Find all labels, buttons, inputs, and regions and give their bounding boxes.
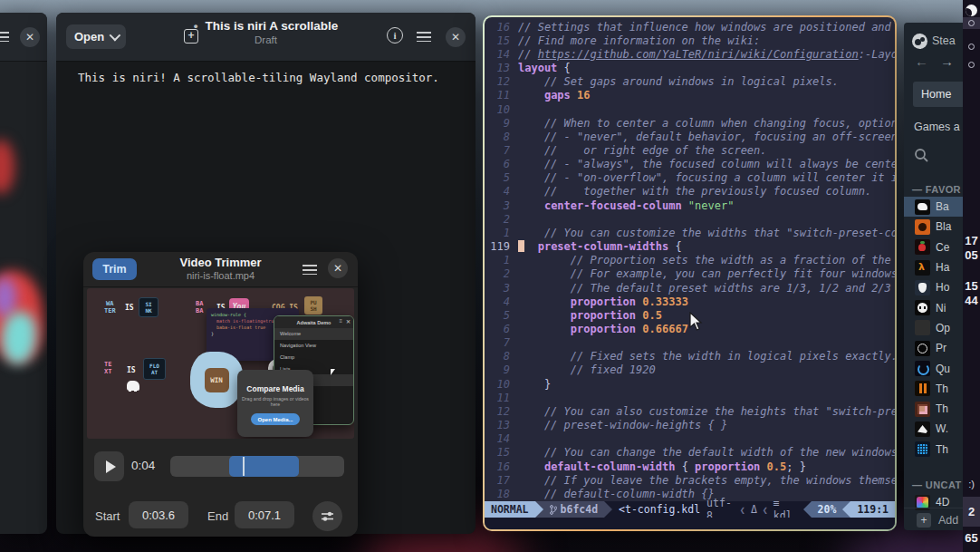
close-button[interactable]: ✕ (20, 27, 40, 47)
code-line[interactable]: 7 // or right edge of the screen. (485, 143, 895, 157)
games-menu[interactable]: Games a (914, 121, 960, 133)
code-line[interactable]: 15// Find more information on the wiki: (485, 34, 895, 47)
game-list-item[interactable]: Ho (904, 277, 963, 297)
title-text: This is niri A scrollable (205, 19, 338, 33)
code-line[interactable]: 17 // If you leave the brackets empty, t… (485, 473, 895, 487)
code-line[interactable]: 11 (485, 391, 895, 404)
trim-selection[interactable] (229, 456, 299, 477)
code-line[interactable]: 3 center-focused-column "never" (485, 199, 895, 212)
line-number: 9 (485, 363, 518, 376)
favorites-header[interactable]: — FAVOR (912, 184, 961, 195)
game-list-item[interactable]: Ce (904, 237, 963, 257)
code-line[interactable]: 119 preset-column-widths { (485, 240, 895, 254)
code-line[interactable]: 1 // Proportion sets the width as a frac… (485, 254, 895, 267)
menu-icon[interactable] (0, 32, 9, 42)
current-time: 0:04 (131, 459, 155, 472)
code-line[interactable]: 9 // When to center a column when changi… (485, 116, 895, 130)
code-line[interactable]: 8 // Fixed sets the width in logical pix… (485, 350, 895, 363)
open-button[interactable]: Open (66, 24, 126, 49)
code-line[interactable]: 9 // fixed 1920 (485, 363, 895, 377)
code-line[interactable]: 10 } (485, 377, 895, 391)
seek-bar[interactable] (170, 456, 344, 477)
baba-character (127, 381, 139, 391)
info-icon[interactable]: i (387, 27, 403, 44)
code-line[interactable]: 5 // - "on-overflow", focusing a column … (485, 171, 895, 185)
forward-arrow-button[interactable]: → (940, 53, 954, 69)
start-field[interactable]: 0:03.6 (129, 501, 188, 528)
cone-game-icon (915, 421, 930, 437)
play-button[interactable] (94, 451, 124, 481)
line-number: 6 (485, 158, 518, 170)
compare-media-dialog: Compare Media Drag and drop images or vi… (237, 370, 313, 437)
code-line[interactable]: 4 // together with the previously focuse… (485, 185, 895, 199)
code-line[interactable]: 12 // Set gaps around windows in logical… (485, 75, 895, 89)
code-line[interactable]: 4 proportion 0.33333 (485, 295, 895, 308)
win-tile: WIN (205, 368, 229, 392)
video-preview[interactable]: WA TER IS SI NK BA BA IS You COG IS PU S… (87, 288, 354, 439)
title-text: Video Trimmer (179, 256, 261, 269)
code-text: layout { (518, 62, 571, 74)
game-label: Bla (936, 220, 951, 233)
search-icon[interactable] (914, 148, 929, 167)
add-game-button[interactable]: + Add (904, 508, 963, 530)
line-number: 14 (485, 48, 518, 61)
moon-icon[interactable] (966, 5, 977, 16)
code-line[interactable]: 13layout { (485, 61, 895, 74)
game-list-item[interactable]: Pr (904, 338, 963, 358)
workspace-dot[interactable] (963, 41, 980, 53)
game-list-item[interactable]: W. (904, 419, 963, 439)
code-line[interactable]: 5 proportion 0.5 (485, 308, 895, 322)
code-line[interactable]: 8 // - "never", default behavior, focusi… (485, 130, 895, 143)
code-line[interactable]: 16 default-column-width { proportion 0.5… (485, 460, 895, 473)
workspace-dot[interactable] (963, 59, 980, 71)
adjustments-button[interactable] (312, 501, 342, 531)
adwaita-demo-title: Adwaita Demo (297, 320, 331, 325)
game-list-item[interactable]: Th (904, 379, 963, 399)
game-list-item[interactable]: Ha (904, 257, 963, 277)
cmdline (485, 518, 895, 529)
code-line[interactable]: 13 // preset-window-heights { } (485, 419, 895, 432)
game-list-item[interactable]: Op (904, 318, 963, 338)
code-line[interactable]: 6 // - "always", the focused column will… (485, 158, 895, 171)
lambda-game-icon (915, 260, 930, 276)
back-arrow-button[interactable]: ← (915, 53, 928, 69)
code-line[interactable]: 3 // The default preset widths are 1/3, … (485, 281, 895, 295)
code-line[interactable]: 14// https://github.com/YaLTeR/niri/wiki… (485, 47, 895, 61)
game-label: Qu (936, 363, 950, 375)
code-line[interactable]: 2 // For example, you can perfectly fit … (485, 267, 895, 281)
face-game-icon (915, 300, 930, 315)
code-line[interactable]: 16// Settings that influence how windows… (485, 20, 895, 34)
line-number: 8 (485, 131, 518, 143)
demo-list-item: Welcome (274, 328, 353, 340)
workspace-active[interactable] (963, 17, 980, 29)
code-line[interactable]: 7 (485, 336, 895, 350)
code-line[interactable]: 18 // default-column-width {} (485, 487, 895, 500)
code-line[interactable]: 6 proportion 0.66667 (485, 322, 895, 335)
code-line[interactable]: 12 // You can also customize the heights… (485, 404, 895, 418)
code-line[interactable]: 2 (485, 212, 895, 226)
code-text: // - "never", default behavior, focusing… (518, 131, 895, 143)
game-list-item[interactable]: Qu (904, 358, 963, 378)
end-field[interactable]: 0:07.1 (235, 501, 294, 528)
close-button[interactable]: ✕ (446, 27, 466, 47)
code-line[interactable]: 14 (485, 432, 895, 446)
code-line[interactable]: 10 (485, 102, 895, 116)
hamburger-menu-icon[interactable] (417, 32, 431, 42)
close-button[interactable]: ✕ (328, 258, 348, 278)
uncategorized-header[interactable]: — UNCAT (912, 479, 962, 490)
trim-button[interactable]: Trim (92, 258, 137, 280)
game-list-item[interactable]: Th (904, 399, 963, 419)
playhead[interactable] (243, 457, 245, 476)
game-list-item[interactable]: Bla (904, 217, 963, 237)
code-line[interactable]: 1 // You can customize the widths that "… (485, 226, 895, 239)
game-list-item[interactable]: Ni (904, 297, 963, 317)
editor-body-text[interactable]: This is niri! A scrollable-tiling Waylan… (78, 71, 439, 84)
hamburger-menu-icon[interactable] (303, 265, 317, 275)
code-line[interactable]: 15 // You can change the default width o… (485, 446, 895, 460)
game-list-item[interactable]: Th (904, 440, 963, 460)
game-list-item[interactable]: Ba (904, 197, 963, 217)
code-text: // You can change the default width of t… (518, 446, 895, 459)
line-number: 12 (485, 75, 518, 88)
code-line[interactable]: 11 gaps 16 (485, 89, 895, 102)
home-button[interactable]: Home (913, 82, 963, 107)
